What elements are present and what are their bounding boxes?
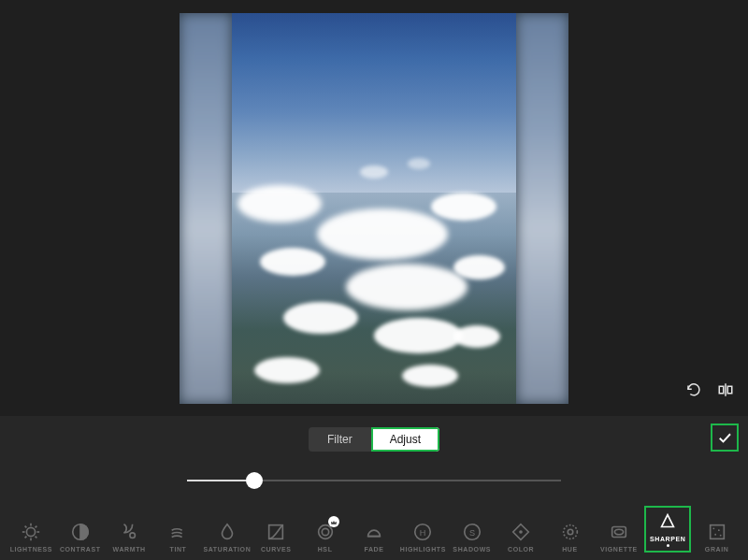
crown-icon [330,518,338,525]
svg-point-28 [714,534,716,536]
slider-track-fill [187,480,254,481]
tool-sharpen[interactable]: SHARPEN [644,506,691,553]
canvas-actions [684,381,735,399]
shadows-icon: S [462,522,482,542]
tool-label: TINT [170,546,187,553]
tool-label: GRAIN [705,546,729,553]
svg-text:S: S [469,528,475,538]
color-icon [511,522,531,542]
image-letterbox-right [516,13,568,404]
svg-point-27 [718,529,720,531]
tool-label: HSL [318,546,333,553]
tool-shadows[interactable]: SSHADOWS [449,522,496,553]
svg-point-2 [27,527,36,536]
svg-point-22 [568,529,573,535]
tool-tint[interactable]: TINT [155,522,202,553]
tool-fade[interactable]: FADE [351,522,397,553]
tool-hue[interactable]: HUE [547,522,594,553]
tool-label: WARMTH [113,546,146,553]
svg-rect-0 [719,386,724,394]
svg-point-14 [318,525,332,539]
svg-point-26 [712,527,714,529]
highlights-icon: H [412,522,433,542]
tool-label: HIGHLIGHTS [400,546,446,553]
sharpen-icon [657,511,678,532]
svg-point-21 [563,525,577,539]
tool-warmth[interactable]: WARMTH [106,522,152,553]
svg-rect-25 [710,525,724,539]
tool-hsl[interactable]: HSL [302,522,349,553]
compare-icon [717,381,734,398]
curves-icon [266,522,286,542]
svg-point-12 [130,533,136,538]
compare-button[interactable] [716,381,735,399]
tool-color[interactable]: COLOR [497,522,544,553]
intensity-slider[interactable] [187,472,561,489]
tool-label: FADE [364,546,383,553]
hue-icon [560,522,581,542]
mode-segmented: Filter Adjust [307,425,441,453]
tool-label: SHARPEN [650,536,685,542]
tools-row: LIGHTNESSCONTRASTWARMTHTINTSATURATIONCUR… [0,506,748,553]
tool-label: VIGNETTE [600,546,638,553]
tool-label: CURVES [261,546,292,553]
filter-tab[interactable]: Filter [309,427,371,452]
image-letterbox-left [180,13,232,404]
svg-point-24 [614,529,623,535]
tool-label: CONTRAST [60,546,101,553]
image-stage[interactable] [180,13,568,404]
warmth-icon [119,522,139,542]
tool-vignette[interactable]: VIGNETTE [596,522,642,553]
saturation-icon [217,522,237,542]
svg-point-29 [719,535,721,537]
tool-highlights[interactable]: HHIGHLIGHTS [399,522,446,553]
tool-grain[interactable]: GRAIN [694,522,741,553]
svg-line-9 [25,537,27,538]
undo-button[interactable] [684,381,703,399]
controls-panel: Filter Adjust LIGHTNESSCONTRASTWARMTHTIN… [0,416,748,560]
confirm-button[interactable] [711,424,739,452]
tool-label: SATURATION [203,546,251,553]
active-dot [667,544,669,547]
svg-point-15 [322,528,328,535]
tool-label: LIGHTNESS [10,546,52,553]
premium-badge [328,516,339,527]
svg-rect-1 [727,386,732,394]
tool-saturation[interactable]: SATURATION [204,522,251,553]
adjust-tab[interactable]: Adjust [371,427,439,452]
tint-icon [168,522,189,542]
tool-contrast[interactable]: CONTRAST [57,522,104,553]
vignette-icon [609,522,629,542]
tool-label: COLOR [508,546,534,553]
fade-icon [364,522,384,542]
svg-line-10 [36,526,37,528]
check-icon [716,429,733,446]
svg-point-20 [519,530,523,534]
edited-photo [232,13,516,404]
grain-icon [707,522,727,542]
svg-text:H: H [420,528,426,538]
svg-line-8 [36,537,37,538]
canvas-area [0,0,748,416]
svg-line-7 [25,526,27,528]
lightness-icon [21,522,41,542]
tool-label: SHADOWS [453,546,491,553]
tool-curves[interactable]: CURVES [252,522,299,553]
slider-thumb[interactable] [246,472,263,489]
tool-lightness[interactable]: LIGHTNESS [7,522,54,553]
undo-icon [685,381,702,398]
contrast-icon [70,522,91,542]
tool-label: HUE [562,546,578,553]
